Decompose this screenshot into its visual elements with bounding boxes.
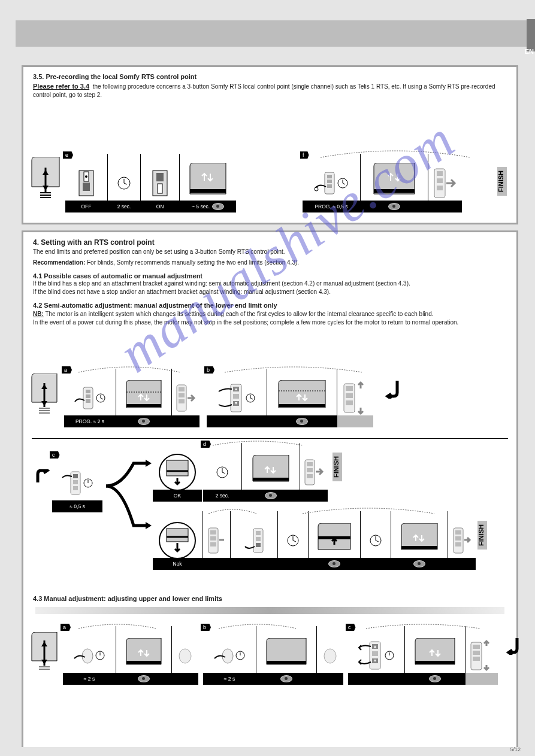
- s41-title: 4.1 Possible cases of automatic or manua…: [33, 272, 507, 280]
- svg-rect-81: [210, 542, 216, 546]
- loop-back-icon: [385, 378, 402, 400]
- eye-icon: [296, 418, 308, 425]
- svg-rect-93: [401, 546, 437, 549]
- eye-icon: [265, 492, 277, 499]
- hand-press-up-icon: [61, 469, 81, 497]
- remote-arrow-icon: [176, 381, 196, 415]
- blind-react-icon: [370, 163, 418, 204]
- svg-rect-12: [156, 173, 164, 181]
- s42-title: 4.2 Semi-automatic adjustment: manual ad…: [33, 302, 507, 309]
- note-text: The motor is an intelligent system which…: [45, 311, 433, 317]
- press-label: ≈ 0,5 s: [69, 503, 84, 509]
- svg-rect-23: [374, 189, 415, 193]
- step-tag: b: [204, 366, 214, 374]
- off-label: OFF: [81, 204, 92, 210]
- step-tag: b: [201, 624, 211, 631]
- blind-react-icon: [123, 638, 165, 673]
- svg-rect-5: [83, 183, 90, 191]
- svg-rect-55: [346, 386, 353, 391]
- clock-icon: [216, 466, 229, 479]
- step-tag: e: [63, 151, 73, 159]
- finish-label: FINISH: [477, 521, 487, 549]
- blind-react-icon: [412, 638, 458, 673]
- eye-icon: [429, 675, 441, 682]
- note2: In the event of a power cut during this …: [33, 318, 507, 327]
- svg-rect-14: [190, 189, 226, 193]
- svg-rect-70: [253, 478, 289, 481]
- svg-rect-13: [158, 184, 162, 193]
- clock-icon: [95, 650, 105, 661]
- nok-circle-icon: [158, 521, 197, 560]
- remote-arrow-icon: [452, 524, 471, 557]
- svg-rect-26: [437, 178, 443, 183]
- hand-press-updown-icon: [358, 640, 383, 670]
- step-tag: c: [346, 624, 356, 631]
- round-button-icon: [177, 646, 193, 664]
- svg-rect-44: [179, 399, 185, 403]
- eye-icon: [212, 203, 224, 210]
- loop-c-icon: [35, 469, 50, 487]
- intro-text: the following procedure concerns a 3-but…: [33, 83, 495, 98]
- prog-label: PROG. ≈ 0,5 s: [315, 204, 347, 210]
- wait-label: 2 sec.: [117, 204, 131, 210]
- svg-line-22: [343, 183, 345, 184]
- svg-rect-109: [267, 661, 306, 664]
- breaker-off-icon: [75, 168, 97, 198]
- finish-label: FINISH: [497, 167, 507, 196]
- section-3-5: 3.5. Pre-recording the local Somfy RTS c…: [22, 65, 518, 224]
- nok-label: Nok: [173, 561, 182, 567]
- svg-rect-80: [210, 536, 216, 541]
- blind-react-icon: [123, 380, 165, 416]
- s41-text: If the blind has a stop and an attachmen…: [33, 280, 507, 296]
- svg-line-10: [124, 183, 127, 184]
- prog2-label: PROG. ≈ 2 s: [75, 418, 104, 424]
- hand-press-prog-icon: [74, 385, 94, 411]
- svg-rect-27: [437, 186, 443, 190]
- step-tag: c: [50, 451, 60, 459]
- remote-dir-icon: [343, 379, 368, 417]
- eye-icon: [413, 560, 425, 567]
- svg-rect-74: [307, 474, 313, 478]
- clock-icon: [117, 176, 131, 190]
- svg-rect-34: [86, 394, 90, 398]
- d-wait: 2 sec.: [216, 493, 229, 499]
- svg-rect-85: [256, 543, 261, 547]
- svg-rect-43: [179, 393, 185, 397]
- blind-icon-43: [29, 632, 59, 676]
- remote-arrow-icon: [207, 524, 225, 557]
- hand-press-updown-icon: [217, 383, 244, 413]
- remote-result-icon: [433, 165, 457, 201]
- blind-initial-icon: [29, 374, 59, 418]
- svg-rect-76: [167, 529, 188, 542]
- clock-icon: [286, 534, 300, 547]
- blind-react-icon: [398, 523, 441, 558]
- svg-rect-117: [415, 661, 455, 664]
- svg-point-105: [179, 649, 191, 663]
- clock-icon: [245, 393, 256, 403]
- svg-rect-65: [167, 460, 188, 476]
- step-tag: a: [62, 366, 72, 374]
- svg-rect-35: [86, 399, 90, 403]
- s43-title: 4.3 Manual adjustment: adjusting upper a…: [33, 595, 507, 602]
- hand-press-round-icon: [73, 644, 93, 667]
- intro-ref: Please refer to 3.4: [33, 83, 89, 90]
- svg-line-38: [101, 398, 103, 399]
- svg-rect-17: [327, 180, 332, 183]
- round-button-icon: [322, 646, 338, 664]
- remote-arrow-icon: [304, 456, 324, 488]
- step-tag: d: [201, 441, 211, 448]
- svg-rect-16: [327, 175, 332, 178]
- step-tag: f: [300, 151, 309, 159]
- recommend-label: Recommendation:: [33, 259, 85, 266]
- eye-icon: [138, 675, 150, 682]
- svg-rect-97: [455, 542, 461, 546]
- blind-up-icon: [315, 523, 354, 558]
- svg-rect-79: [210, 530, 216, 535]
- svg-rect-72: [307, 462, 313, 466]
- section-title-4: 4. Setting with an RTS control point: [33, 238, 507, 247]
- svg-line-92: [376, 541, 379, 542]
- hand-press-prog-icon: [314, 170, 337, 196]
- clock-icon: [369, 534, 382, 547]
- eye-icon: [388, 203, 400, 210]
- svg-rect-119: [473, 645, 480, 649]
